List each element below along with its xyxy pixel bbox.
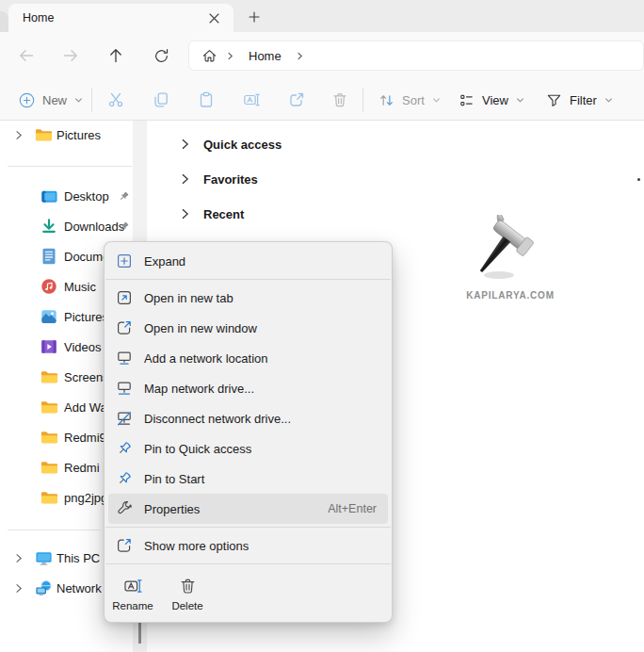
address-bar[interactable]: Home bbox=[188, 41, 644, 71]
menu-item-properties[interactable]: Properties Alt+Enter bbox=[108, 494, 388, 524]
up-button[interactable] bbox=[99, 39, 133, 73]
watermark-text: KAPILARYA.COM bbox=[463, 290, 557, 301]
delete-menu-button[interactable]: Delete bbox=[167, 574, 208, 611]
network-icon bbox=[34, 579, 53, 597]
chevron-right-icon[interactable] bbox=[13, 583, 24, 594]
view-button[interactable]: View bbox=[449, 85, 534, 115]
this-pc-icon bbox=[34, 548, 53, 567]
menu-item-label: Open in new tab bbox=[144, 291, 392, 305]
toolbar-separator bbox=[362, 88, 363, 112]
group-label: Recent bbox=[203, 207, 244, 221]
group-quick-access[interactable]: Quick access bbox=[179, 129, 282, 159]
sidebar-item-label: Network bbox=[56, 581, 102, 595]
share-button[interactable] bbox=[280, 83, 314, 117]
new-plus-circle-icon bbox=[19, 92, 35, 108]
wrench-icon bbox=[116, 500, 133, 517]
menu-item-label: Show more options bbox=[144, 539, 392, 553]
tab-home[interactable]: Home bbox=[8, 4, 233, 32]
toolbar-separator bbox=[91, 88, 92, 112]
breadcrumb-chevron-icon bbox=[226, 52, 234, 60]
group-recent[interactable]: Recent bbox=[179, 199, 244, 229]
menu-separator bbox=[105, 279, 391, 280]
view-icon bbox=[459, 92, 475, 108]
chevron-right-icon[interactable] bbox=[179, 208, 190, 220]
back-button[interactable] bbox=[9, 39, 43, 73]
open-new-window-icon bbox=[116, 319, 133, 336]
refresh-icon bbox=[153, 48, 169, 64]
chevron-right-icon[interactable] bbox=[179, 139, 190, 150]
menu-item-show-more-options[interactable]: Show more options bbox=[105, 530, 392, 561]
filter-button[interactable]: Filter bbox=[537, 85, 622, 115]
open-new-tab-icon bbox=[116, 289, 133, 306]
copy-button[interactable] bbox=[144, 83, 178, 117]
chevron-down-icon bbox=[74, 96, 83, 105]
menu-item-disconnect-network-drive[interactable]: Disconnect network drive... bbox=[105, 403, 392, 433]
rename-menu-button[interactable]: Rename bbox=[112, 574, 153, 611]
chevron-right-icon[interactable] bbox=[179, 173, 190, 185]
folder-icon bbox=[34, 125, 53, 144]
view-label: View bbox=[482, 93, 508, 107]
rename-label: Rename bbox=[112, 600, 153, 611]
filter-icon bbox=[546, 92, 562, 108]
folder-icon bbox=[40, 367, 58, 386]
cut-button[interactable] bbox=[99, 83, 133, 117]
sidebar-separator bbox=[8, 166, 132, 167]
downloads-icon bbox=[40, 217, 58, 236]
delete-button[interactable] bbox=[323, 83, 357, 117]
folder-icon bbox=[40, 488, 58, 507]
forward-button[interactable] bbox=[54, 39, 88, 73]
chevron-down-icon bbox=[432, 96, 441, 105]
menu-item-open-in-new-window[interactable]: Open in new window bbox=[105, 313, 392, 343]
sidebar-item-label: Downloads bbox=[64, 220, 124, 234]
chevron-right-icon[interactable] bbox=[13, 130, 24, 140]
new-button[interactable]: New bbox=[9, 85, 92, 115]
group-favorites[interactable]: Favorites bbox=[179, 164, 258, 194]
pin-icon bbox=[116, 470, 133, 487]
chevron-down-icon bbox=[516, 96, 524, 105]
menu-item-label: Properties bbox=[144, 502, 316, 516]
trash-icon bbox=[331, 91, 348, 108]
sort-button[interactable]: Sort bbox=[369, 85, 450, 115]
document-icon bbox=[40, 247, 58, 266]
navigation-bar: Home bbox=[0, 32, 644, 79]
sidebar-item-label: This PC bbox=[56, 551, 100, 565]
menu-separator bbox=[105, 527, 391, 528]
breadcrumb-home[interactable]: Home bbox=[243, 47, 287, 65]
new-tab-button[interactable] bbox=[243, 6, 266, 28]
refresh-button[interactable] bbox=[144, 39, 178, 73]
tab-strip-edge bbox=[0, 11, 8, 32]
menu-item-label: Add a network location bbox=[144, 351, 392, 366]
menu-item-map-network-drive[interactable]: Map network drive... bbox=[105, 373, 392, 403]
tab-title: Home bbox=[23, 11, 54, 24]
desktop-icon bbox=[40, 187, 58, 205]
sidebar-separator bbox=[8, 530, 100, 530]
map-network-drive-icon bbox=[116, 380, 133, 397]
new-label: New bbox=[42, 93, 67, 107]
command-toolbar: New Sort View Filter bbox=[0, 79, 644, 121]
breadcrumb-chevron-icon bbox=[296, 52, 304, 60]
watermark: KAPILARYA.COM bbox=[463, 215, 557, 301]
sidebar-item-label: png2jpg bbox=[64, 491, 107, 505]
group-label: Quick access bbox=[203, 138, 282, 152]
rename-icon bbox=[123, 577, 143, 595]
context-menu: Expand Open in new tab Open in new windo… bbox=[104, 241, 393, 623]
menu-item-pin-to-start[interactable]: Pin to Start bbox=[105, 464, 392, 494]
rename-icon bbox=[243, 91, 261, 108]
paste-button[interactable] bbox=[189, 83, 223, 117]
menu-item-open-in-new-tab[interactable]: Open in new tab bbox=[105, 283, 392, 313]
tab-close-button[interactable] bbox=[204, 8, 223, 27]
menu-item-add-network-location[interactable]: Add a network location bbox=[105, 343, 392, 373]
sidebar-item-label: Music bbox=[64, 280, 96, 294]
menu-item-label: Pin to Quick access bbox=[144, 442, 392, 456]
menu-item-expand[interactable]: Expand bbox=[105, 246, 392, 276]
rename-button[interactable] bbox=[234, 83, 268, 117]
menu-item-pin-to-quick-access[interactable]: Pin to Quick access bbox=[105, 433, 392, 464]
pin-icon bbox=[118, 220, 132, 233]
pin-icon bbox=[118, 190, 132, 203]
paste-icon bbox=[198, 91, 215, 108]
copy-icon bbox=[153, 91, 169, 108]
disconnect-network-drive-icon bbox=[116, 410, 133, 427]
music-icon bbox=[40, 277, 58, 296]
chevron-right-icon[interactable] bbox=[13, 553, 24, 563]
see-more-icon[interactable] bbox=[637, 178, 640, 181]
